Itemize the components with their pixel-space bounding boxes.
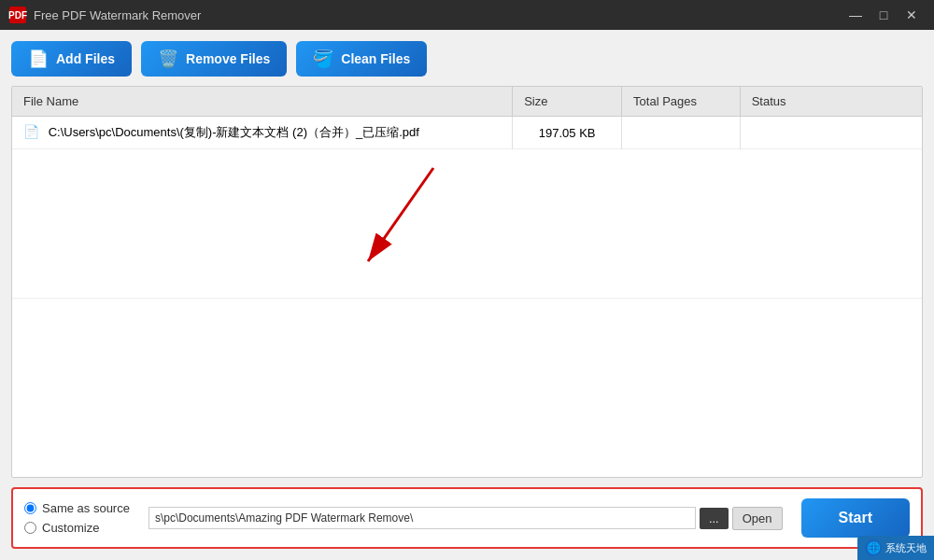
col-header-pages: Total Pages xyxy=(622,87,741,117)
path-section: ... Open xyxy=(149,507,783,530)
bottom-section: Same as source Customize ... Open Start xyxy=(11,487,923,549)
cell-filename: 📄 C:\Users\pc\Documents\(复制)-新建文本文档 (2)（… xyxy=(12,117,513,149)
cell-status xyxy=(740,117,922,149)
file-table-container: File Name Size Total Pages Status 📄 C:\U… xyxy=(11,86,923,478)
radio-group: Same as source Customize xyxy=(24,501,130,535)
title-bar-controls: — □ ✕ xyxy=(842,5,925,25)
col-header-size: Size xyxy=(513,87,622,117)
path-input[interactable] xyxy=(149,507,696,529)
customize-radio[interactable] xyxy=(24,522,36,534)
start-button[interactable]: Start xyxy=(801,498,910,538)
cell-pages xyxy=(622,117,741,149)
cell-size: 197.05 KB xyxy=(513,117,622,149)
watermark-text: 系统天地 xyxy=(885,541,927,555)
remove-files-label: Remove Files xyxy=(186,51,270,66)
customize-label: Customize xyxy=(42,521,99,535)
minimize-button[interactable]: — xyxy=(842,5,869,25)
col-header-status: Status xyxy=(740,87,922,117)
maximize-button[interactable]: □ xyxy=(870,5,897,25)
remove-files-button[interactable]: 🗑️ Remove Files xyxy=(141,41,287,77)
title-bar: PDF Free PDF Watermark Remover — □ ✕ xyxy=(0,0,934,30)
add-files-button[interactable]: 📄 Add Files xyxy=(11,41,132,77)
clean-files-icon: 🪣 xyxy=(313,49,333,69)
red-arrow xyxy=(331,159,480,280)
filename-text: C:\Users\pc\Documents\(复制)-新建文本文档 (2)（合并… xyxy=(49,125,419,139)
add-files-label: Add Files xyxy=(56,51,115,66)
open-button[interactable]: Open xyxy=(732,507,783,530)
clean-files-label: Clean Files xyxy=(341,51,410,66)
main-content: 📄 Add Files 🗑️ Remove Files 🪣 Clean File… xyxy=(0,30,934,560)
table-header-row: File Name Size Total Pages Status xyxy=(12,87,922,117)
watermark: 🌐 系统天地 xyxy=(857,536,934,560)
add-files-icon: 📄 xyxy=(28,49,49,69)
file-icon: 📄 xyxy=(23,124,39,139)
title-bar-left: PDF Free PDF Watermark Remover xyxy=(9,7,201,23)
watermark-globe-icon: 🌐 xyxy=(865,539,882,556)
empty-row xyxy=(12,149,922,299)
app-icon: PDF xyxy=(9,7,26,23)
same-as-source-radio[interactable] xyxy=(24,502,36,514)
file-table: File Name Size Total Pages Status 📄 C:\U… xyxy=(12,87,922,299)
browse-button[interactable]: ... xyxy=(700,508,729,529)
same-as-source-label: Same as source xyxy=(42,501,130,515)
same-as-source-option[interactable]: Same as source xyxy=(24,501,130,515)
col-header-filename: File Name xyxy=(12,87,513,117)
table-row[interactable]: 📄 C:\Users\pc\Documents\(复制)-新建文本文档 (2)（… xyxy=(12,117,922,149)
customize-option[interactable]: Customize xyxy=(24,521,130,535)
toolbar: 📄 Add Files 🗑️ Remove Files 🪣 Clean File… xyxy=(11,41,923,77)
remove-files-icon: 🗑️ xyxy=(158,49,178,69)
app-title: Free PDF Watermark Remover xyxy=(34,8,201,22)
svg-line-1 xyxy=(368,168,433,261)
close-button[interactable]: ✕ xyxy=(899,5,925,25)
clean-files-button[interactable]: 🪣 Clean Files xyxy=(296,41,427,77)
